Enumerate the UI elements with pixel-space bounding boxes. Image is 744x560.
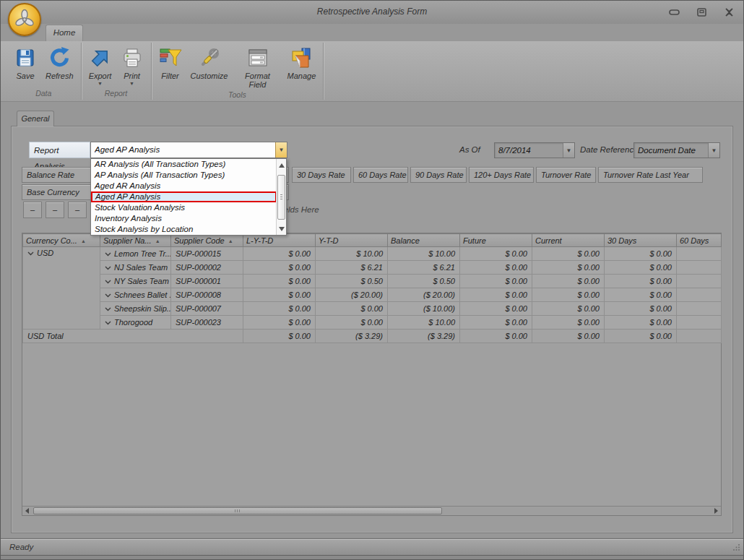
report-analysis-dropdown-button[interactable]: ▼ [275,142,287,158]
amount-cell [677,247,722,261]
grid-header-30-days[interactable]: 30 Days [605,234,677,247]
grid-header-balance[interactable]: Balance [388,234,460,247]
sort-ascending-icon: ▲ [155,238,160,244]
resize-grip[interactable] [733,540,740,553]
supplier-name: Sheepskin Slip... [114,304,171,313]
expand-row-chevron-icon[interactable] [105,290,114,299]
refresh-icon [48,46,71,69]
grid-header-60-days[interactable]: 60 Days [677,234,722,247]
supplier-code-cell: SUP-000007 [171,302,243,316]
ribbon-group-caption: Data [9,87,78,100]
report-analysis-combobox[interactable]: Aged AP Analysis ▼ [90,142,287,158]
ribbon-button-manage[interactable]: Manage [283,44,321,80]
rate-column-header-turnover-rate-last-year[interactable]: Turnover Rate Last Year [598,167,703,183]
close-button[interactable] [723,7,735,17]
grid-header-currency-co[interactable]: Currency Co...▲ [23,234,100,247]
grid-header-label: Future [463,236,486,245]
as-of-dropdown-button[interactable]: ▼ [563,143,574,158]
dropdown-option-inventory-analysis[interactable]: Inventory Analysis [91,213,277,224]
ribbon-button-save[interactable]: Save [9,44,41,80]
window-bottom-edge [1,555,743,559]
rate-column-header-30-days-rate[interactable]: 30 Days Rate [292,167,351,183]
dropdown-scrollbar[interactable] [276,159,286,235]
ribbon-button-format-field[interactable]: Format Field [233,44,283,89]
ribbon-button-print[interactable]: Print▼ [116,44,148,86]
amount-cell [677,316,722,329]
total-amount-cell: $ 0.00 [243,329,316,343]
sort-ascending-icon: ▲ [228,238,233,244]
amount-cell: $ 0.00 [243,316,316,329]
pivot-field-button[interactable]: – [68,202,87,218]
table-row: NJ Sales TeamSUP-000002$ 0.00$ 6.21$ 6.2… [23,261,722,275]
total-amount-cell: $ 0.00 [460,329,532,343]
amount-cell: $ 0.00 [532,288,605,302]
field-base-currency[interactable]: Base Currency [22,184,95,200]
supplier-code-cell: SUP-000023 [171,316,243,329]
minimize-button[interactable] [668,7,680,17]
application-logo-orb[interactable] [8,3,41,36]
rate-column-header-60-days-rate[interactable]: 60 Days Rate [353,167,408,183]
rate-column-header-turnover-rate[interactable]: Turnover Rate [536,167,596,183]
ribbon-button-customize[interactable]: Customize [186,44,233,80]
grid-header-current[interactable]: Current [532,234,605,247]
ribbon-group-report: Export▼Print▼Report [82,43,152,100]
report-analysis-value: Aged AP Analysis [95,142,274,158]
dropdown-option-stock-analysis-by-location[interactable]: Stock Analysis by Location [91,224,277,235]
amount-cell: $ 0.00 [532,247,605,261]
ribbon-button-filter[interactable]: Filter [155,44,186,80]
expand-row-chevron-icon[interactable] [105,249,114,258]
grid-header-supplier-na[interactable]: Supplier Na...▲ [100,234,171,247]
restore-button[interactable] [696,7,707,17]
expand-row-chevron-icon[interactable] [105,318,114,327]
grid-header-l-y-t-d[interactable]: L-Y-T-D [243,234,316,247]
supplier-name: NY Sales Team [114,277,169,285]
supplier-cell: Sheepskin Slip... [100,302,171,316]
scroll-right-arrow[interactable] [711,507,721,515]
as-of-date-field[interactable]: 8/7/2014 ▼ [494,142,575,158]
field-balance-rate[interactable]: Balance Rate [22,167,95,183]
collapse-group-chevron-icon[interactable] [27,249,37,257]
ribbon-button-label: Manage [287,72,316,80]
supplier-cell: Schnees Ballet ... [100,288,171,302]
dropdown-scroll-thumb[interactable] [277,175,285,220]
date-reference-combobox[interactable]: Document Date ▼ [633,142,720,158]
ribbon-group-tools: FilterCustomizeFormat FieldManageTools [152,43,324,100]
horizontal-scrollbar[interactable] [22,506,721,515]
tab-home[interactable]: Home [46,25,83,41]
pivot-field-button[interactable]: – [46,202,64,218]
dropdown-option-ar-analysis-all-transaction-types[interactable]: AR Analysis (All Transaction Types) [91,159,277,170]
amount-cell: $ 0.50 [388,275,460,288]
ribbon-button-export[interactable]: Export▼ [85,44,116,86]
pivot-field-button[interactable]: – [23,202,42,218]
table-row: Schnees Ballet ...SUP-000008$ 0.00($ 20.… [23,288,722,302]
expand-row-chevron-icon[interactable] [105,277,114,285]
dropdown-scroll-up[interactable] [277,160,286,170]
expand-row-chevron-icon[interactable] [105,304,114,313]
grid-header-future[interactable]: Future [460,234,532,247]
tab-general[interactable]: General [17,111,54,126]
amount-cell [677,288,722,302]
grid-header-supplier-code[interactable]: Supplier Code▲ [171,234,243,247]
dropdown-option-stock-valuation-analysis[interactable]: Stock Valuation Analysis [91,202,277,213]
triangle-down-icon [279,227,285,231]
amount-cell: $ 0.00 [460,247,532,261]
dropdown-option-aged-ap-analysis[interactable]: Aged AP Analysis [91,191,277,202]
table-row: USDLemon Tree Tr...SUP-000015$ 0.00$ 10.… [23,247,722,261]
scrollbar-thumb[interactable] [33,507,442,514]
resize-grip-icon [733,543,740,551]
date-reference-label: Date Reference [580,145,639,154]
ribbon: SaveRefreshDataExport▼Print▼ReportFilter… [1,41,743,102]
amount-cell: $ 0.00 [243,247,316,261]
scroll-left-arrow[interactable] [22,507,33,515]
rate-column-header-90-days-rate[interactable]: 90 Days Rate [410,167,467,183]
amount-cell: $ 0.00 [605,288,677,302]
expand-row-chevron-icon[interactable] [105,263,114,272]
dropdown-option-ap-analysis-all-transaction-types[interactable]: AP Analysis (All Transaction Types) [91,170,277,181]
ribbon-button-refresh[interactable]: Refresh [41,44,78,80]
dropdown-scroll-down[interactable] [277,224,286,233]
date-reference-dropdown-button[interactable]: ▼ [708,143,719,158]
grid-header-y-t-d[interactable]: Y-T-D [316,234,388,247]
rate-column-header-120-days-rate[interactable]: 120+ Days Rate [469,167,534,183]
report-analysis-label: Report Analysis [29,142,90,158]
dropdown-option-aged-ar-analysis[interactable]: Aged AR Analysis [91,181,277,191]
